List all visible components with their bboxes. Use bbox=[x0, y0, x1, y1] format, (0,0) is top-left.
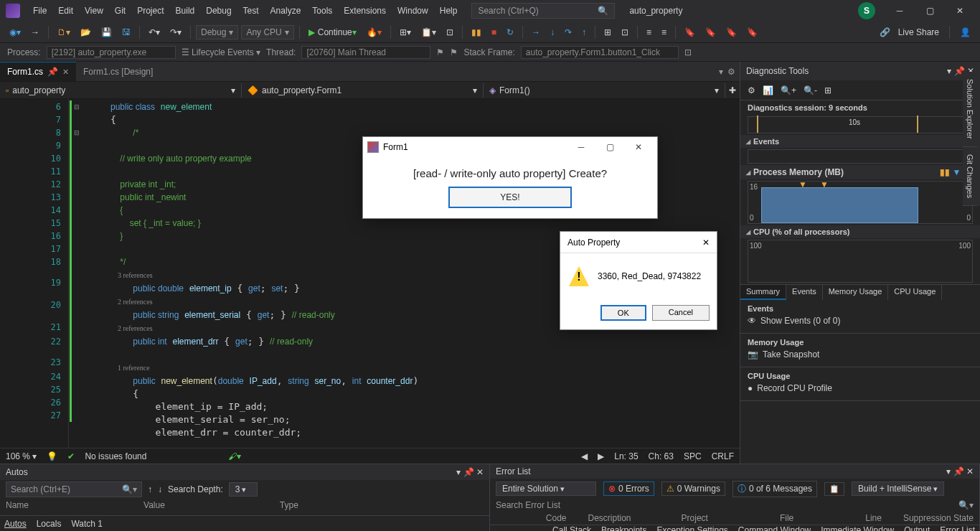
errors-filter[interactable]: ⊗0 Errors bbox=[603, 481, 654, 496]
form1-titlebar[interactable]: Form1 ─ ▢ ✕ bbox=[363, 137, 657, 157]
menu-extensions[interactable]: Extensions bbox=[338, 3, 392, 19]
menu-git[interactable]: Git bbox=[109, 3, 131, 19]
diag-tab-cpu[interactable]: CPU Usage bbox=[888, 285, 942, 300]
autoprop-cancel-button[interactable]: Cancel bbox=[652, 305, 710, 321]
menu-file[interactable]: File bbox=[27, 3, 52, 19]
split-icon[interactable]: ✚ bbox=[725, 85, 740, 95]
tb-extra-1-icon[interactable]: ⊞ bbox=[600, 25, 615, 39]
step-out-icon[interactable]: ↑ bbox=[578, 25, 590, 39]
tab-gear-icon[interactable]: ⚙ bbox=[727, 67, 735, 77]
scope-dropdown[interactable]: Entire Solution ▾ bbox=[496, 481, 596, 496]
diag-timeline[interactable]: 10s bbox=[748, 116, 973, 133]
menu-help[interactable]: Help bbox=[434, 3, 463, 19]
undo-icon[interactable]: ↶▾ bbox=[145, 25, 164, 39]
save-all-icon[interactable]: 🖫 bbox=[118, 25, 134, 39]
dropdown-icon[interactable]: ▾ bbox=[947, 66, 951, 76]
step-into-icon[interactable]: ↓ bbox=[547, 25, 558, 39]
lifecycle-link[interactable]: ☰ Lifecycle Events ▾ bbox=[182, 47, 260, 57]
zoom-in-icon[interactable]: 🔍+ bbox=[781, 85, 796, 95]
forward-nav-icon[interactable]: → bbox=[27, 25, 43, 39]
tb-bookmark-icon[interactable]: 🔖 bbox=[681, 25, 699, 39]
down-icon[interactable]: ↓ bbox=[158, 484, 162, 494]
output-tab[interactable]: Output bbox=[904, 525, 930, 531]
close-icon[interactable]: ✕ bbox=[966, 466, 974, 476]
config-dropdown[interactable]: Debug▾ bbox=[196, 25, 238, 39]
menu-analyze[interactable]: Analyze bbox=[265, 3, 307, 19]
autos-search-input[interactable]: Search (Ctrl+E)🔍▾ bbox=[6, 481, 142, 497]
form1-close-button[interactable]: ✕ bbox=[624, 138, 653, 156]
fold-icon[interactable]: ⊟ bbox=[72, 100, 82, 113]
nav-namespace[interactable]: ▫auto_property▾ bbox=[0, 83, 242, 98]
solution-explorer-tab[interactable]: Solution Explorer bbox=[963, 72, 977, 147]
back-nav-icon[interactable]: ◉▾ bbox=[6, 25, 24, 39]
thread-dropdown[interactable]: [20760] Main Thread bbox=[301, 46, 430, 59]
diag-tab-memory[interactable]: Memory Usage bbox=[823, 285, 889, 300]
menu-debug[interactable]: Debug bbox=[200, 3, 237, 19]
reset-view-icon[interactable]: ⊞ bbox=[824, 85, 831, 95]
pause-icon[interactable]: ▮▮ bbox=[468, 25, 485, 39]
brush-icon[interactable]: 🖌▾ bbox=[228, 451, 241, 461]
dropdown-icon[interactable]: ▾ bbox=[456, 467, 461, 477]
maximize-button[interactable]: ▢ bbox=[915, 1, 944, 21]
new-item-icon[interactable]: 🗋▾ bbox=[54, 25, 74, 39]
zoom-out-icon[interactable]: 🔍- bbox=[804, 85, 817, 95]
tab-form1-cs[interactable]: Form1.cs📌✕ bbox=[0, 62, 76, 81]
locals-tab[interactable]: Locals bbox=[37, 519, 62, 529]
breakpoints-tab[interactable]: Breakpoints bbox=[601, 525, 646, 531]
autos-tab[interactable]: Autos bbox=[4, 519, 27, 529]
tb-extra-2-icon[interactable]: ⊡ bbox=[618, 25, 632, 39]
gear-icon[interactable]: ⚙ bbox=[748, 85, 755, 95]
save-icon[interactable]: 💾 bbox=[98, 25, 116, 39]
step-next-icon[interactable]: → bbox=[528, 25, 544, 39]
close-button[interactable]: ✕ bbox=[946, 1, 974, 21]
git-changes-tab[interactable]: Git Changes bbox=[963, 147, 977, 206]
db-extra-icon[interactable]: ⊡ bbox=[684, 47, 692, 57]
spc-indicator[interactable]: SPC bbox=[684, 451, 702, 461]
process-dropdown[interactable]: [2192] auto_property.exe bbox=[47, 46, 176, 59]
take-snapshot-link[interactable]: 📷Take Snapshot bbox=[748, 347, 973, 362]
depth-dropdown[interactable]: 3 ▾ bbox=[229, 482, 258, 497]
autoprop-titlebar[interactable]: Auto Property ✕ bbox=[560, 232, 717, 253]
watch1-tab[interactable]: Watch 1 bbox=[71, 519, 103, 529]
nav-method[interactable]: ◈Form1()▾ bbox=[484, 83, 725, 98]
autoprop-ok-button[interactable]: OK bbox=[600, 305, 646, 321]
autoprop-close-button[interactable]: ✕ bbox=[702, 238, 710, 248]
cpu-section-header[interactable]: CPU (% of all processors) bbox=[740, 225, 980, 238]
form1-maximize-button[interactable]: ▢ bbox=[595, 138, 624, 156]
close-icon[interactable]: ✕ bbox=[476, 467, 484, 477]
errorlist-tab[interactable]: Error List bbox=[940, 525, 975, 531]
close-tab-icon[interactable]: ✕ bbox=[62, 67, 69, 77]
nav-class[interactable]: 🔶auto_property.Form1▾ bbox=[242, 83, 484, 98]
crlf-indicator[interactable]: CRLF bbox=[712, 451, 734, 461]
select-tools-icon[interactable]: 📊 bbox=[763, 85, 773, 95]
fold-icon[interactable]: ⊟ bbox=[72, 126, 82, 139]
tb-indent-icon[interactable]: ≡ bbox=[643, 25, 655, 39]
record-cpu-link[interactable]: ●Record CPU Profile bbox=[748, 380, 973, 396]
step-over-icon[interactable]: ↷ bbox=[561, 25, 575, 39]
pin-icon[interactable]: 📌 bbox=[463, 467, 474, 477]
flag2-icon[interactable]: ⚑ bbox=[450, 47, 458, 57]
form1-minimize-button[interactable]: ─ bbox=[567, 138, 595, 156]
memory-section-header[interactable]: Process Memory (MB)▮▮ ▼ ●P bbox=[740, 165, 980, 179]
callstack-tab[interactable]: Call Stack bbox=[552, 525, 591, 531]
redo-icon[interactable]: ↷▾ bbox=[166, 25, 185, 39]
tb-bm4-icon[interactable]: 🔖 bbox=[743, 25, 761, 39]
command-tab[interactable]: Command Window bbox=[738, 525, 811, 531]
search-input[interactable]: Search (Ctrl+Q)🔍 bbox=[471, 3, 615, 19]
tab-dropdown-icon[interactable]: ▾ bbox=[719, 67, 723, 77]
admin-icon[interactable]: 👤 bbox=[956, 25, 974, 39]
menu-edit[interactable]: Edit bbox=[52, 3, 79, 19]
stop-icon[interactable]: ■ bbox=[488, 25, 500, 39]
tb-bm3-icon[interactable]: 🔖 bbox=[722, 25, 740, 39]
menu-test[interactable]: Test bbox=[237, 3, 265, 19]
show-events-link[interactable]: 👁Show Events (0 of 0) bbox=[748, 313, 973, 329]
user-avatar[interactable]: S bbox=[858, 2, 875, 19]
menu-view[interactable]: View bbox=[79, 3, 109, 19]
tb-bm2-icon[interactable]: 🔖 bbox=[702, 25, 720, 39]
toolbar-icon-1[interactable]: ⊞▾ bbox=[396, 25, 415, 39]
bulb-icon[interactable]: 💡 bbox=[47, 451, 57, 461]
zoom-dropdown[interactable]: 106 % ▾ bbox=[6, 451, 37, 461]
build-filter-icon[interactable]: 📋 bbox=[824, 482, 844, 496]
messages-filter[interactable]: ⓘ0 of 6 Messages bbox=[732, 481, 817, 497]
dropdown-icon[interactable]: ▾ bbox=[946, 466, 951, 476]
